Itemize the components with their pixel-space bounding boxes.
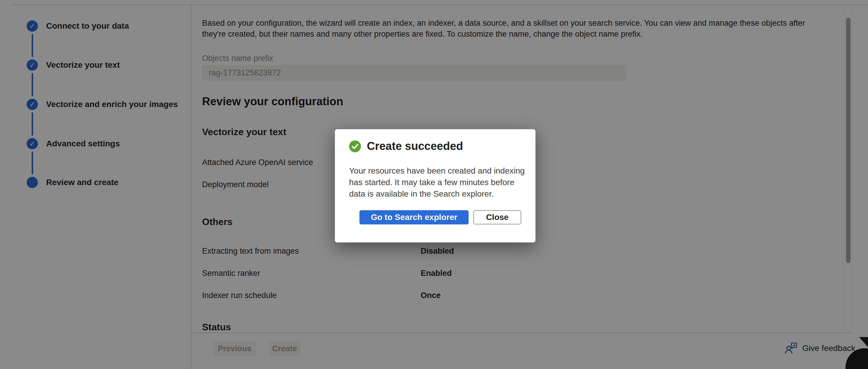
dialog-header: Create succeeded	[349, 140, 521, 153]
create-succeeded-dialog: Create succeeded Your resources have bee…	[335, 129, 535, 242]
dialog-title: Create succeeded	[367, 140, 463, 153]
go-to-search-explorer-button[interactable]: Go to Search explorer	[360, 210, 469, 225]
success-check-icon	[349, 140, 361, 152]
dialog-body-text: Your resources have been created and ind…	[349, 165, 527, 200]
import-vectorize-data-wizard: Connect to your data Vectorize your text…	[0, 0, 868, 369]
close-button[interactable]: Close	[473, 210, 521, 225]
dialog-actions: Go to Search explorer Close	[349, 210, 521, 225]
